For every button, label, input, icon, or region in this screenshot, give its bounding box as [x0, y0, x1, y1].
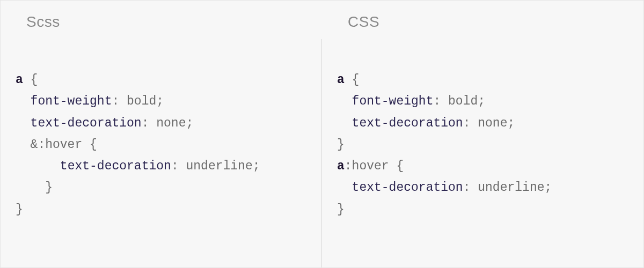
css-pane: CSS a { font-weight: bold; text-decorati…: [322, 1, 643, 267]
css-title: CSS: [348, 13, 628, 31]
css-l2-colon: :: [433, 94, 448, 108]
scss-l5-semi: ;: [253, 159, 260, 173]
scss-l2-val: bold: [127, 94, 156, 108]
scss-l5-indent: [16, 159, 60, 173]
css-l3-indent: [337, 116, 352, 130]
css-l5-selector: a: [337, 159, 345, 173]
scss-l2-indent: [16, 94, 31, 108]
css-code-block: a { font-weight: bold; text-decoration: …: [337, 69, 628, 220]
css-l3-prop: text-decoration: [352, 116, 463, 130]
scss-l5-prop: text-decoration: [60, 159, 171, 173]
css-l2-prop: font-weight: [352, 94, 434, 108]
css-l5-pseudo: :hover: [345, 159, 389, 173]
scss-l5-val: underline: [186, 159, 252, 173]
scss-l6-close: }: [45, 181, 53, 195]
css-l6-prop: text-decoration: [352, 181, 463, 195]
css-l5-open: {: [389, 159, 404, 173]
css-l2-semi: ;: [478, 94, 485, 108]
scss-title: Scss: [26, 13, 306, 31]
css-l3-val: none: [478, 116, 507, 130]
css-l1-selector: a: [337, 73, 345, 87]
scss-l3-val: none: [156, 116, 186, 130]
css-l6-indent: [337, 181, 352, 195]
scss-l1-selector: a: [16, 73, 23, 87]
scss-l3-colon: :: [142, 116, 157, 130]
css-l1-open: {: [345, 73, 360, 87]
scss-l3-semi: ;: [186, 116, 193, 130]
css-l7-close: }: [337, 203, 345, 217]
scss-pane: Scss a { font-weight: bold; text-decorat…: [1, 1, 322, 267]
scss-l1-open: {: [23, 73, 38, 87]
css-l6-colon: :: [463, 181, 478, 195]
css-l3-colon: :: [463, 116, 478, 130]
scss-l4-indent: [16, 138, 31, 152]
css-l4-close: }: [337, 138, 345, 152]
scss-l7-close: }: [16, 203, 23, 217]
scss-l2-colon: :: [112, 94, 127, 108]
scss-l4-amp: &:hover: [31, 138, 83, 152]
css-l2-indent: [337, 94, 352, 108]
scss-l2-prop: font-weight: [31, 94, 112, 108]
scss-l6-indent: [16, 181, 45, 195]
css-l2-val: bold: [448, 94, 478, 108]
css-l6-val: underline: [478, 181, 544, 195]
code-comparison: Scss a { font-weight: bold; text-decorat…: [0, 0, 644, 268]
css-l6-semi: ;: [545, 181, 552, 195]
scss-l4-open: {: [82, 138, 97, 152]
scss-l3-indent: [16, 116, 31, 130]
scss-l5-colon: :: [171, 159, 186, 173]
scss-code-block: a { font-weight: bold; text-decoration: …: [16, 69, 306, 220]
css-l3-semi: ;: [507, 116, 515, 130]
scss-l3-prop: text-decoration: [31, 116, 142, 130]
scss-l2-semi: ;: [156, 94, 164, 108]
